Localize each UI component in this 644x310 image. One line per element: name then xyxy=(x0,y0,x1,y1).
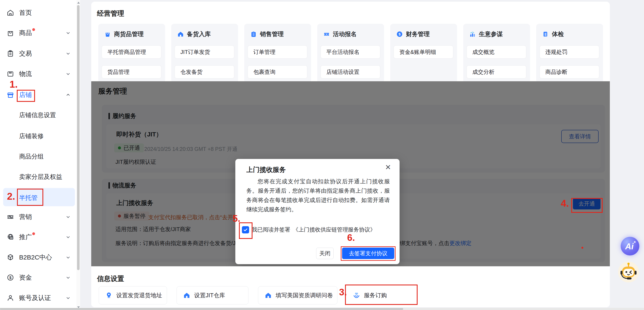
sidebar: 首页 商品 交易 物流 xyxy=(0,0,80,310)
annotation-box-checkbox xyxy=(239,222,252,239)
annotation-box-sign-button xyxy=(341,246,396,261)
bag-icon xyxy=(6,29,14,37)
card-button[interactable]: 商品诊断 xyxy=(540,65,599,78)
service-mgmt-region: 服务管理 履约服务 即时补货（JIT） 已开通 2024/10/25 14:20… xyxy=(91,81,610,266)
card-button[interactable]: 店铺活动设置 xyxy=(320,65,380,78)
location-pin-icon xyxy=(105,292,112,299)
card-button[interactable]: 半托管商品管理 xyxy=(102,46,161,58)
package-icon xyxy=(6,70,14,78)
sidebar-item-funds[interactable]: $ 资金 xyxy=(0,270,76,285)
doc-alert-icon xyxy=(542,31,549,38)
close-icon[interactable]: ✕ xyxy=(385,164,391,171)
svg-text:$: $ xyxy=(9,276,12,280)
robot-mascot-icon xyxy=(618,262,639,282)
sidebar-item-trade[interactable]: 交易 xyxy=(0,46,76,61)
sidebar-item-home[interactable]: 首页 xyxy=(0,6,76,20)
sidebar-item-marketing[interactable]: 营销 xyxy=(0,210,76,224)
house-icon xyxy=(177,31,184,38)
set-shipping-address-button[interactable]: 设置发货退货地址 xyxy=(99,286,167,304)
card-button[interactable]: 违规处罚 xyxy=(540,46,599,58)
dialog-title: 上门揽收服务 xyxy=(246,165,286,174)
card-health-check: 体检 违规处罚 商品诊断 xyxy=(536,24,603,83)
annotation-box-semi-managed xyxy=(17,189,43,206)
storefront-icon xyxy=(6,91,14,99)
chevron-down-icon xyxy=(65,275,71,280)
notification-dot xyxy=(32,232,35,235)
scrollbar-thumb[interactable] xyxy=(77,5,80,270)
chevron-down-icon xyxy=(65,51,71,56)
scroll-up-arrow[interactable] xyxy=(77,2,80,4)
svg-text:AD: AD xyxy=(10,237,13,239)
sidebar-item-b2b2c[interactable]: B2B2C中心 xyxy=(0,250,76,264)
bag-icon xyxy=(104,31,111,38)
screen: 首页 商品 交易 物流 xyxy=(0,0,644,310)
chevron-up-icon xyxy=(65,92,71,98)
card-button[interactable]: 资金&账单明细 xyxy=(394,46,453,58)
us-qualification-survey-button[interactable]: 填写美国资质调研问卷 xyxy=(258,286,338,304)
card-sales-mgmt: 销售管理 订单管理 包裹查询 xyxy=(244,24,311,83)
card-product-mgmt: 商货品管理 半托管商品管理 货品管理 xyxy=(98,24,165,83)
card-button[interactable]: 订单管理 xyxy=(248,46,307,58)
sidebar-item-promotion[interactable]: AD 推广 xyxy=(0,230,76,244)
main-panel: 经营管理 商货品管理 半托管商品管理 货品管理 备货入库 JIT订单发货 仓发备… xyxy=(91,2,610,307)
scrollbar-thumb[interactable] xyxy=(0,308,403,310)
card-button[interactable]: 货品管理 xyxy=(102,65,161,78)
sidebar-subitem-shop-decor[interactable]: 店铺装修 xyxy=(19,132,44,140)
sidebar-item-account[interactable]: 账号及认证 xyxy=(0,291,76,305)
info-settings-title: 信息设置 xyxy=(97,274,124,284)
annotation-box-service-subscription xyxy=(345,284,418,305)
annotation-number-2: 2. xyxy=(7,190,15,202)
sidebar-item-products[interactable]: 商品 xyxy=(0,26,76,40)
card-button[interactable]: 成交概览 xyxy=(466,46,526,58)
card-button[interactable]: JIT订单发货 xyxy=(175,46,234,58)
card-button[interactable]: 包裹查询 xyxy=(248,65,307,78)
set-jit-warehouse-button[interactable]: 设置JIT仓库 xyxy=(176,286,248,304)
money-icon: $ xyxy=(6,274,14,281)
home-icon xyxy=(6,9,14,16)
annotation-number-1: 1. xyxy=(10,78,18,90)
sidebar-subitem-shop-info[interactable]: 店铺信息设置 xyxy=(19,111,56,120)
chevron-down-icon xyxy=(65,214,71,220)
clipboard-icon xyxy=(250,31,257,38)
ticket-icon xyxy=(323,31,330,38)
annotation-number-4: 4. xyxy=(561,198,569,209)
clipboard-icon xyxy=(6,50,14,57)
annotation-box-go-open xyxy=(571,198,602,213)
house-icon xyxy=(183,292,190,299)
annotation-box-shop xyxy=(17,90,35,102)
agreement-text: 我已阅读并签署 xyxy=(252,226,290,234)
agreement-link[interactable]: 《上门揽收供应链管理服务协议》 xyxy=(293,226,376,234)
coupon-icon xyxy=(6,213,14,221)
bar-chart-icon xyxy=(469,31,476,38)
chevron-down-icon xyxy=(65,234,71,240)
annotation-dot xyxy=(582,247,583,249)
sidebar-subitem-seller-tier[interactable]: 卖家分层及权益 xyxy=(19,173,62,181)
sparkle-icon: ✦ xyxy=(633,240,636,244)
card-button[interactable]: 平台活动报名 xyxy=(320,46,380,58)
annotation-number-6: 6. xyxy=(347,232,355,243)
chevron-down-icon xyxy=(65,30,71,36)
chevron-down-icon xyxy=(65,295,71,301)
card-button[interactable]: 仓发备货 xyxy=(175,65,234,78)
chevron-down-icon xyxy=(65,254,71,260)
dialog-body-text: 您将在完成支付宝自动扣款协议后开通上门揽收服务。服务开通后，您的订单将由指定服务… xyxy=(246,177,390,214)
sidebar-subitem-product-group[interactable]: 商品分组 xyxy=(19,152,44,161)
horizontal-scrollbar[interactable] xyxy=(0,308,644,310)
card-finance-mgmt: $ 财务管理 资金&账单明细 xyxy=(390,24,457,83)
sidebar-scrollbar[interactable] xyxy=(76,0,80,310)
close-button[interactable]: 关闭 xyxy=(316,248,334,259)
svg-text:$: $ xyxy=(398,32,400,36)
dollar-icon: $ xyxy=(396,31,403,38)
card-stock-inbound: 备货入库 JIT订单发货 仓发备货 xyxy=(171,24,238,83)
globe-ad-icon: AD xyxy=(6,233,14,241)
chatbot-button[interactable] xyxy=(618,262,639,282)
card-button[interactable]: 成交分析 xyxy=(466,65,526,78)
chevron-down-icon xyxy=(65,71,71,76)
card-activity-signup: 活动报名 平台活动报名 店铺活动设置 xyxy=(317,24,384,83)
cube-icon xyxy=(6,254,14,261)
user-icon xyxy=(6,294,14,302)
house-icon xyxy=(264,292,272,299)
ai-assistant-button[interactable]: Ai ✦ xyxy=(621,237,639,256)
card-business-advisor: 生意参谋 成交概览 成交分析 xyxy=(463,24,530,83)
notification-dot xyxy=(32,28,35,31)
